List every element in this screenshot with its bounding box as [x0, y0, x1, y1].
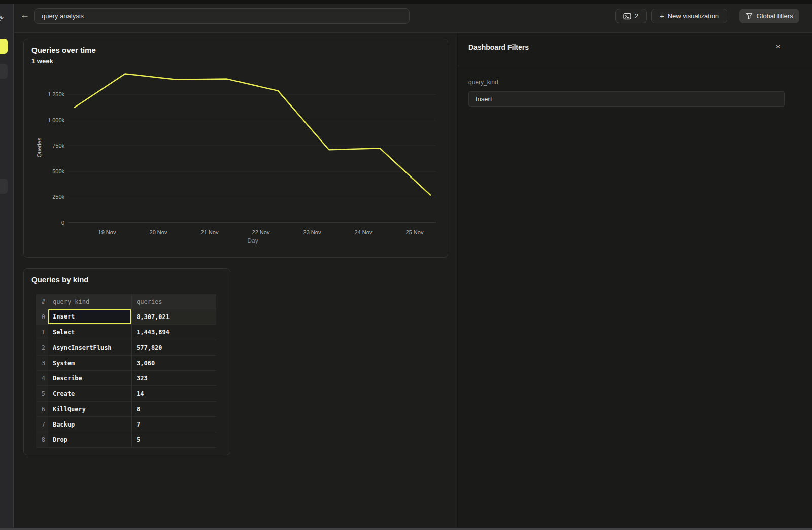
queries-count-cell: 14 — [131, 386, 216, 401]
x-tick-label: 20 Nov — [150, 229, 167, 235]
queries-count-cell: 8 — [131, 402, 216, 416]
y-tick-label: 1 000k — [48, 117, 65, 123]
table-row[interactable]: 5Create14 — [36, 386, 216, 401]
column-header-queries[interactable]: queries — [131, 294, 216, 309]
queries-count-cell: 7 — [131, 417, 216, 432]
table-row[interactable]: 6KillQuery8 — [36, 402, 216, 417]
query-tabs-count-button[interactable]: 2 — [615, 9, 647, 23]
query-kind-cell[interactable]: Drop — [48, 432, 131, 447]
queries-by-kind-card: Queries by kind # query_kind queries 0In… — [23, 268, 230, 455]
queries-count-cell: 1,443,894 — [131, 325, 216, 339]
x-tick-label: 19 Nov — [98, 229, 116, 235]
new-visualization-button[interactable]: + New visualization — [651, 9, 727, 23]
query-kind-cell[interactable]: KillQuery — [48, 402, 131, 416]
refresh-icon[interactable]: ⟳ — [0, 13, 4, 24]
rail-item-active[interactable] — [0, 39, 8, 54]
x-tick-label: 21 Nov — [201, 229, 219, 235]
y-tick-label: 1 250k — [48, 91, 65, 97]
dashboard-canvas: Queries over time 1 week 1 250k1 000k750… — [14, 33, 457, 528]
table-header-row: # query_kind queries — [36, 294, 216, 309]
top-bar: ← 2 + New visualization Global filters — [14, 4, 812, 33]
console-icon — [623, 13, 631, 20]
row-index: 7 — [36, 417, 48, 432]
row-index: 2 — [36, 340, 48, 355]
row-index: 4 — [36, 371, 48, 385]
table-row[interactable]: 4Describe323 — [36, 371, 216, 386]
x-tick-label: 22 Nov — [252, 229, 270, 235]
query-kind-cell[interactable]: Select — [48, 325, 131, 339]
row-index: 3 — [36, 356, 48, 370]
x-tick-label: 23 Nov — [303, 229, 321, 235]
funnel-icon — [746, 13, 753, 19]
query-kind-cell[interactable]: Backup — [48, 417, 131, 432]
queries-count-cell: 3,060 — [131, 356, 216, 370]
table-row[interactable]: 2AsyncInsertFlush577,820 — [36, 340, 216, 356]
global-filters-button[interactable]: Global filters — [739, 9, 799, 23]
queries-count-cell: 8,307,021 — [131, 309, 216, 324]
table-row[interactable]: 8Drop5 — [36, 432, 216, 447]
queries-count-cell: 5 — [131, 432, 216, 447]
row-index: 0 — [36, 309, 48, 324]
row-index: 8 — [36, 432, 48, 447]
table-row[interactable]: 3System3,060 — [36, 356, 216, 371]
queries-by-kind-table: # query_kind queries 0Insert8,307,0211Se… — [36, 294, 216, 448]
table-title: Queries by kind — [31, 275, 89, 284]
row-index: 1 — [36, 325, 48, 339]
dashboard-title-input[interactable] — [34, 8, 410, 24]
dashboard-filters-panel: Dashboard Filters ✕ query_kind Insert — [457, 33, 812, 528]
window-bottom-strip — [0, 528, 812, 530]
close-icon[interactable]: ✕ — [775, 43, 781, 50]
plus-icon: + — [660, 12, 664, 20]
queries-line-series — [74, 74, 431, 196]
x-tick-label: 25 Nov — [406, 229, 424, 235]
y-tick-label: 0 — [61, 220, 64, 226]
x-tick-label: 24 Nov — [355, 229, 373, 235]
y-axis-title: Queries — [36, 137, 42, 157]
table-body: 0Insert8,307,0211Select1,443,8942AsyncIn… — [36, 309, 216, 448]
back-arrow-icon[interactable]: ← — [20, 10, 29, 19]
filter-field-label: query_kind — [468, 79, 785, 86]
query-kind-cell-selected[interactable]: Insert — [48, 309, 131, 324]
table-row[interactable]: 7Backup7 — [36, 417, 216, 432]
queries-over-time-card: Queries over time 1 week 1 250k1 000k750… — [23, 39, 448, 258]
window-top-strip — [0, 0, 812, 4]
query-kind-filter-input[interactable]: Insert — [468, 91, 785, 107]
column-header-index[interactable]: # — [36, 294, 48, 309]
column-header-query-kind[interactable]: query_kind — [48, 294, 131, 309]
line-chart[interactable]: 1 250k1 000k750k500k250k019 Nov20 Nov21 … — [24, 39, 449, 258]
y-tick-label: 750k — [52, 143, 64, 149]
query-tabs-count-label: 2 — [635, 12, 638, 20]
global-filters-label: Global filters — [756, 12, 793, 20]
new-visualization-label: New visualization — [668, 12, 719, 20]
query-kind-cell[interactable]: Create — [48, 386, 131, 401]
rail-item[interactable] — [0, 179, 8, 194]
queries-count-cell: 323 — [131, 371, 216, 385]
query-kind-cell[interactable]: AsyncInsertFlush — [48, 340, 131, 355]
y-tick-label: 250k — [52, 194, 64, 200]
query-kind-filter-value: Insert — [476, 95, 492, 103]
row-index: 6 — [36, 402, 48, 416]
x-axis-title: Day — [247, 237, 258, 244]
filters-panel-title: Dashboard Filters — [468, 43, 529, 51]
query-kind-cell[interactable]: Describe — [48, 371, 131, 385]
filters-panel-body: query_kind Insert — [458, 66, 812, 107]
row-index: 5 — [36, 386, 48, 401]
table-row[interactable]: 1Select1,443,894 — [36, 325, 216, 340]
table-row[interactable]: 0Insert8,307,021 — [36, 309, 216, 325]
filters-panel-header: Dashboard Filters ✕ — [458, 33, 812, 66]
queries-count-cell: 577,820 — [131, 340, 216, 355]
left-rail: ⟳ — [0, 4, 14, 528]
y-tick-label: 500k — [52, 168, 64, 174]
query-kind-cell[interactable]: System — [48, 356, 131, 370]
rail-item[interactable] — [0, 64, 8, 79]
